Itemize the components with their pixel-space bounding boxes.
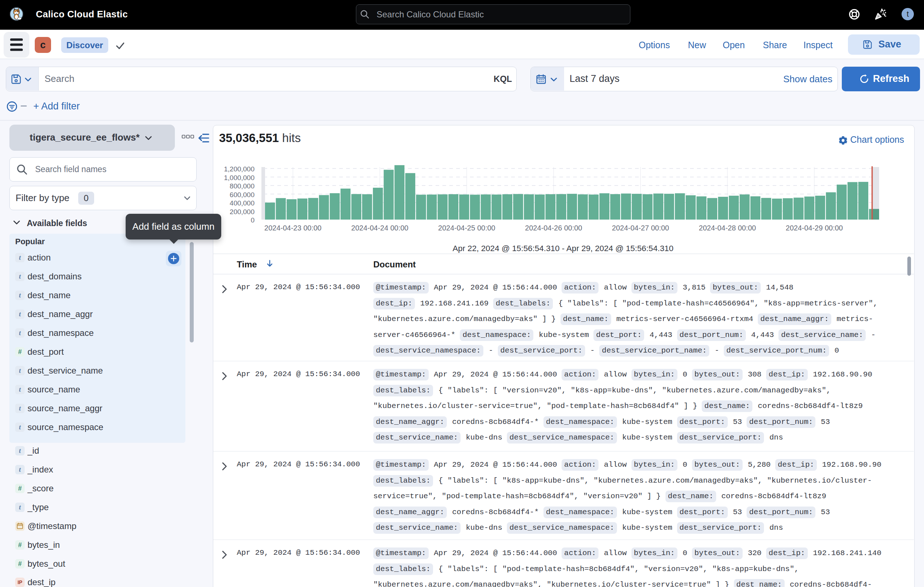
svg-text:0: 0 (251, 216, 254, 224)
svg-text:200,000: 200,000 (229, 208, 254, 216)
svg-text:Apr 22, 2024 @ 15:56:54.310 -: Apr 22, 2024 @ 15:56:54.310 - Apr 29, 20… (452, 244, 673, 253)
svg-text:800,000: 800,000 (229, 182, 254, 190)
svg-text:2024-04-28 00:00: 2024-04-28 00:00 (699, 224, 756, 232)
svg-text:2024-04-29 00:00: 2024-04-29 00:00 (786, 224, 843, 232)
svg-text:2024-04-23 00:00: 2024-04-23 00:00 (264, 224, 322, 232)
svg-text:2024-04-26 00:00: 2024-04-26 00:00 (525, 224, 582, 232)
svg-text:2024-04-25 00:00: 2024-04-25 00:00 (438, 224, 495, 232)
svg-text:1,000,000: 1,000,000 (224, 174, 254, 182)
svg-text:2024-04-24 00:00: 2024-04-24 00:00 (351, 224, 408, 232)
svg-text:600,000: 600,000 (229, 191, 254, 198)
svg-text:1,200,000: 1,200,000 (224, 165, 254, 173)
svg-text:400,000: 400,000 (229, 199, 254, 207)
svg-text:2024-04-27 00:00: 2024-04-27 00:00 (612, 224, 669, 232)
